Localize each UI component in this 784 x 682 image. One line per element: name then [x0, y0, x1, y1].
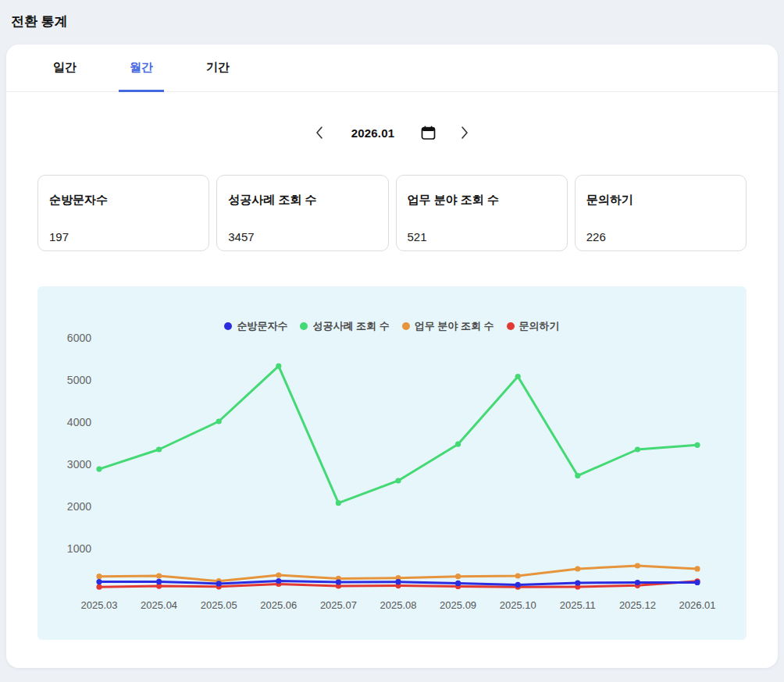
chevron-left-icon [314, 125, 325, 140]
next-month-button[interactable] [458, 123, 472, 142]
stat-card-inquiries: 문의하기 226 [575, 175, 747, 251]
legend-dot-icon [507, 322, 515, 330]
svg-text:2025.11: 2025.11 [560, 599, 596, 611]
svg-text:6000: 6000 [67, 332, 91, 344]
legend-dot-icon [402, 322, 410, 330]
svg-text:2025.07: 2025.07 [320, 599, 357, 611]
stat-card-work-area-views: 업무 분야 조회 수 521 [396, 175, 568, 251]
stat-card-value: 197 [49, 230, 198, 243]
stat-card-value: 3457 [228, 230, 376, 243]
svg-text:2000: 2000 [67, 500, 91, 513]
conversion-line-chart: 1000200030004000500060002025.032025.0420… [37, 286, 747, 640]
svg-text:4000: 4000 [67, 416, 91, 428]
svg-text:2025.06: 2025.06 [260, 599, 297, 611]
legend-dot-icon [224, 322, 232, 330]
legend-item: 순방문자수 [224, 319, 287, 333]
tab-monthly[interactable]: 월간 [119, 44, 164, 92]
chart-legend: 순방문자수성공사례 조회 수업무 분야 조회 수문의하기 [37, 319, 747, 333]
svg-text:2025.09: 2025.09 [440, 599, 476, 611]
stat-card-label: 순방문자수 [49, 193, 198, 208]
stats-panel: 일간 월간 기간 2026.01 순방문자수 197 [6, 44, 778, 668]
legend-dot-icon [300, 322, 308, 330]
tab-period[interactable]: 기간 [195, 44, 241, 92]
stat-card-label: 업무 분야 조회 수 [408, 193, 556, 208]
legend-item: 문의하기 [507, 319, 560, 333]
svg-text:5000: 5000 [67, 374, 91, 386]
stat-card-value: 521 [408, 230, 556, 243]
svg-text:2025.08: 2025.08 [380, 599, 417, 611]
calendar-icon [421, 126, 436, 140]
legend-item: 성공사례 조회 수 [300, 319, 389, 333]
svg-text:1000: 1000 [67, 542, 91, 555]
current-month-label: 2026.01 [351, 126, 395, 140]
tab-daily[interactable]: 일간 [42, 44, 87, 92]
prev-month-button[interactable] [312, 123, 326, 142]
svg-text:2025.10: 2025.10 [500, 599, 536, 611]
svg-text:2025.04: 2025.04 [141, 599, 177, 611]
stat-card-label: 문의하기 [586, 193, 735, 208]
tab-bar: 일간 월간 기간 [6, 44, 778, 92]
stat-card-value: 226 [586, 230, 735, 243]
svg-text:2026.01: 2026.01 [679, 599, 716, 611]
svg-text:2025.12: 2025.12 [619, 599, 656, 611]
svg-text:3000: 3000 [67, 458, 91, 471]
stat-card-label: 성공사례 조회 수 [228, 193, 376, 208]
date-navigator: 2026.01 [6, 123, 778, 142]
svg-text:2025.03: 2025.03 [81, 599, 118, 611]
calendar-button[interactable] [419, 124, 437, 142]
stat-card-unique-visitors: 순방문자수 197 [37, 175, 209, 251]
stat-card-success-case-views: 성공사례 조회 수 3457 [216, 175, 388, 251]
page-title: 전환 통계 [0, 0, 784, 40]
svg-text:2025.05: 2025.05 [201, 599, 237, 611]
chart-canvas: 1000200030004000500060002025.032025.0420… [37, 286, 747, 640]
legend-item: 업무 분야 조회 수 [402, 319, 494, 333]
chevron-right-icon [459, 125, 470, 140]
stat-cards: 순방문자수 197 성공사례 조회 수 3457 업무 분야 조회 수 521 … [37, 175, 747, 251]
